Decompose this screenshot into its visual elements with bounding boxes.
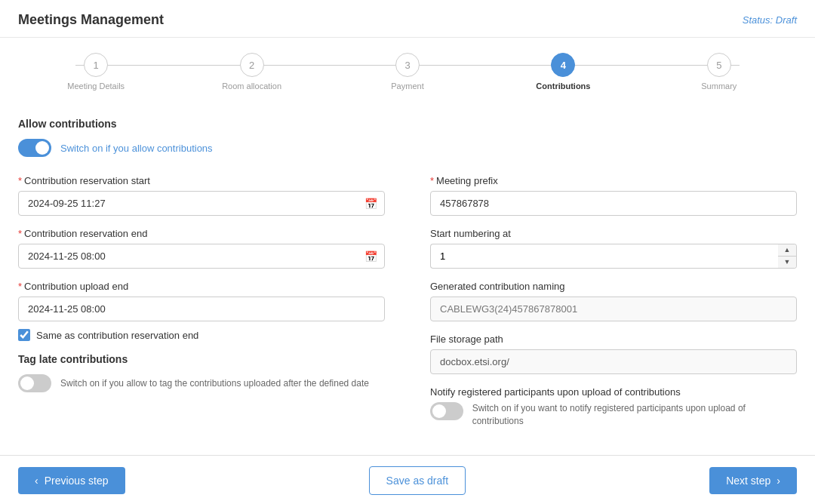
contribution-end-input-wrapper: 📅 [18,244,385,269]
allow-contributions-toggle[interactable] [18,139,51,157]
next-step-button[interactable]: Next step › [709,467,797,494]
contribution-start-label: *Contribution reservation start [18,175,385,186]
footer: ‹ Previous step Save as draft Next step … [0,455,815,504]
spinner-up-button[interactable]: ▲ [778,244,796,257]
stepper: 1 Meeting Details 2 Room allocation 3 Pa… [0,38,815,103]
calendar-icon-start[interactable]: 📅 [364,198,377,210]
upload-end-input[interactable] [18,297,385,321]
status-display: Status: Draft [743,14,797,26]
form-grid: *Contribution reservation start 📅 *Contr… [18,175,797,440]
notify-group: Notify registered participants upon uplo… [430,386,797,428]
chevron-left-icon: ‹ [35,475,38,487]
generated-naming-group: Generated contribution naming [430,281,797,321]
step-circle-5: 5 [707,53,731,77]
step-label-1: Meeting Details [67,81,125,91]
calendar-icon-end[interactable]: 📅 [364,250,377,263]
spinner-down-button[interactable]: ▼ [778,257,796,269]
generated-naming-input [430,297,797,321]
step-2[interactable]: 2 Room allocation [174,53,329,91]
step-circle-3: 3 [395,53,420,77]
generated-naming-label: Generated contribution naming [430,281,797,292]
step-3[interactable]: 3 Payment [330,53,485,91]
tag-late-toggle-row: Switch on if you allow to tag the contri… [18,374,385,392]
step-label-2: Room allocation [222,81,281,91]
step-circle-2: 2 [240,53,264,77]
notify-label: Notify registered participants upon uplo… [430,386,797,398]
notify-toggle-row: Switch on if you want to notify register… [430,402,797,428]
main-content: Allow contributions Switch on if you all… [0,103,815,455]
right-column: *Meeting prefix Start numbering at ▲ ▼ [430,175,797,440]
step-circle-4: 4 [551,53,575,77]
file-storage-group: File storage path [430,333,797,374]
contribution-end-input[interactable] [18,244,385,269]
step-label-4: Contributions [536,81,590,91]
tag-late-title: Tag late contributions [18,353,385,365]
status-label: Status: [743,14,773,26]
notify-toggle[interactable] [430,402,463,420]
allow-contributions-label: Switch on if you allow contributions [60,143,213,154]
meeting-prefix-label: *Meeting prefix [430,175,797,186]
tag-late-toggle[interactable] [18,374,51,392]
page-title: Meetings Management [18,12,164,28]
step-circle-1: 1 [84,53,108,77]
left-column: *Contribution reservation start 📅 *Contr… [18,175,385,440]
step-label-5: Summary [701,81,737,91]
step-5[interactable]: 5 Summary [641,53,797,91]
upload-end-label: *Contribution upload end [18,281,385,292]
previous-step-button[interactable]: ‹ Previous step [18,467,125,494]
notify-toggle-label: Switch on if you want to notify register… [472,402,797,428]
same-as-checkbox[interactable] [18,329,30,341]
file-storage-label: File storage path [430,333,797,345]
status-badge: Draft [776,14,797,26]
tag-late-label: Switch on if you allow to tag the contri… [60,378,369,389]
contribution-start-input-wrapper: 📅 [18,191,385,216]
meeting-prefix-group: *Meeting prefix [430,175,797,216]
upload-end-group: *Contribution upload end Same as contrib… [18,281,385,341]
start-numbering-spinner: ▲ ▼ [430,244,797,269]
step-label-3: Payment [391,81,423,91]
start-numbering-input[interactable] [430,244,778,269]
same-as-checkbox-row: Same as contribution reservation end [18,329,385,341]
meeting-prefix-input[interactable] [430,191,797,216]
contribution-start-group: *Contribution reservation start 📅 [18,175,385,216]
tag-late-section: Tag late contributions Switch on if you … [18,353,385,392]
contribution-start-input[interactable] [18,191,385,216]
spinner-buttons: ▲ ▼ [778,244,797,269]
start-numbering-group: Start numbering at ▲ ▼ [430,228,797,269]
step-1[interactable]: 1 Meeting Details [18,53,174,91]
step-4[interactable]: 4 Contributions [485,53,641,91]
same-as-label: Same as contribution reservation end [36,330,198,341]
allow-contributions-title: Allow contributions [18,118,797,130]
allow-contributions-toggle-row: Switch on if you allow contributions [18,139,797,157]
contribution-end-group: *Contribution reservation end 📅 [18,228,385,269]
start-numbering-label: Start numbering at [430,228,797,239]
chevron-right-icon: › [777,475,780,487]
save-draft-button[interactable]: Save as draft [369,466,466,495]
contribution-end-label: *Contribution reservation end [18,228,385,239]
file-storage-input[interactable] [430,349,797,374]
